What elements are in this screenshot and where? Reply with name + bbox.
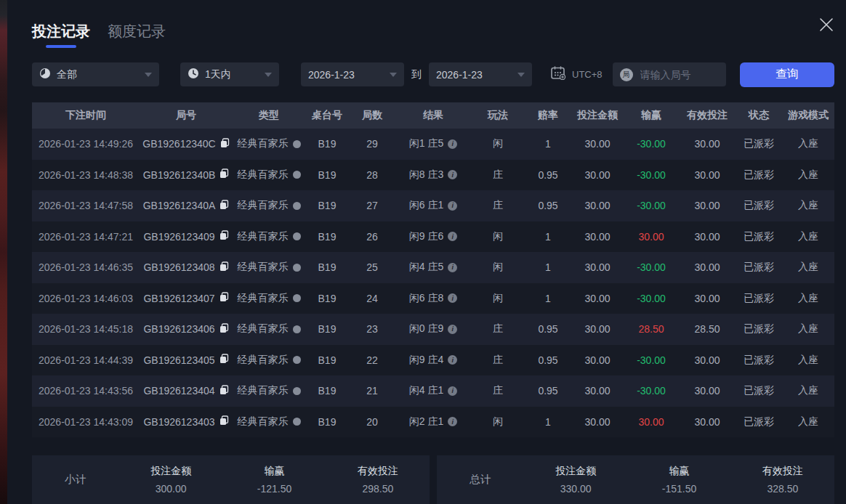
cell-round-count: 21 (349, 385, 395, 397)
video-icon[interactable] (293, 294, 301, 302)
cell-valid-bet: 30.00 (679, 231, 736, 243)
cell-game-mode: 入座 (782, 292, 834, 305)
category-select[interactable]: 全部 (32, 62, 159, 86)
column-header: 游戏模式 (782, 109, 834, 122)
info-icon[interactable]: i (448, 170, 457, 179)
cell-odds: 0.95 (525, 323, 571, 335)
video-icon[interactable] (293, 202, 301, 210)
info-icon[interactable]: i (448, 325, 457, 334)
video-icon[interactable] (293, 232, 301, 240)
copy-icon[interactable] (219, 168, 229, 181)
column-header: 类型 (233, 109, 305, 122)
tab-betting-records[interactable]: 投注记录 (32, 22, 90, 48)
video-icon[interactable] (293, 387, 301, 395)
table-row: 2026-01-23 14:45:18 GB1926123406 经典百家乐 B… (32, 314, 834, 345)
cell-game-type: 经典百家乐 (233, 322, 305, 336)
clock-icon (188, 68, 199, 81)
info-icon[interactable]: i (448, 417, 457, 426)
copy-icon[interactable] (219, 261, 229, 274)
cell-play-type: 庄 (471, 168, 525, 182)
cell-play-type: 闲 (471, 415, 525, 428)
cell-valid-bet: 30.00 (679, 261, 736, 273)
cell-bet-amount: 30.00 (571, 200, 624, 211)
cell-winloss: -30.00 (624, 385, 679, 397)
subtotal-label: 小计 (32, 473, 119, 487)
cell-table-no: B19 (305, 200, 349, 211)
video-icon[interactable] (293, 171, 301, 179)
cell-bet-amount: 30.00 (571, 416, 624, 428)
cell-winloss: -30.00 (624, 293, 679, 304)
copy-icon[interactable] (219, 385, 229, 397)
close-icon[interactable] (815, 14, 837, 36)
cell-bet-amount: 30.00 (571, 169, 624, 181)
cell-game-type: 经典百家乐 (233, 168, 305, 182)
cell-bet-time: 2026-01-23 14:44:39 (32, 354, 140, 366)
total-winloss-label: 输赢 (627, 465, 730, 478)
cell-round-id: GB1926123404 (140, 385, 233, 397)
video-icon[interactable] (293, 325, 301, 333)
info-icon[interactable]: i (448, 139, 457, 149)
cell-odds: 1 (525, 138, 571, 150)
info-icon[interactable]: i (448, 201, 457, 211)
info-icon[interactable]: i (448, 263, 457, 272)
tab-quota-records[interactable]: 额度记录 (108, 22, 166, 48)
cell-status: 已派彩 (736, 261, 782, 274)
table-row: 2026-01-23 14:44:39 GB1926123405 经典百家乐 B… (32, 345, 834, 376)
date-from-select[interactable]: 2026-1-23 (301, 62, 404, 86)
copy-icon[interactable] (219, 200, 229, 212)
cell-round-id: GB1926123407 (140, 292, 233, 304)
info-icon[interactable]: i (448, 293, 457, 303)
info-icon[interactable]: i (448, 355, 457, 365)
cell-result: 闲9 庄4 i (395, 354, 471, 367)
cell-valid-bet: 30.00 (679, 416, 736, 428)
cell-table-no: B19 (305, 169, 349, 181)
round-id-search[interactable]: 局 (613, 62, 726, 86)
cell-bet-time: 2026-01-23 14:49:26 (32, 138, 140, 150)
cell-bet-time: 2026-01-23 14:47:58 (32, 200, 140, 211)
video-icon[interactable] (293, 418, 301, 426)
date-to-select[interactable]: 2026-1-23 (429, 62, 532, 86)
search-button[interactable]: 查询 (740, 62, 834, 87)
subtotal-bet-label: 投注金额 (119, 465, 222, 478)
cell-bet-time: 2026-01-23 14:48:38 (32, 169, 140, 181)
cell-play-type: 庄 (471, 384, 525, 397)
time-range-select[interactable]: 1天内 (180, 62, 279, 86)
cell-status: 已派彩 (736, 137, 782, 150)
summary-bar: 小计 投注金额 300.00 输赢 -121.50 有效投注 298.50 总计… (32, 455, 834, 504)
chevron-down-icon (390, 73, 397, 77)
video-icon[interactable] (293, 140, 301, 148)
cell-odds: 0.95 (525, 354, 571, 366)
betting-records-modal: 投注记录 额度记录 全部 1天内 (7, 0, 846, 504)
cell-play-type: 闲 (471, 292, 525, 305)
copy-icon[interactable] (219, 292, 229, 304)
copy-icon[interactable] (220, 138, 230, 150)
info-icon[interactable]: i (448, 386, 457, 396)
cell-odds: 1 (525, 261, 571, 273)
copy-icon[interactable] (219, 230, 229, 243)
column-header: 赔率 (525, 109, 571, 122)
copy-icon[interactable] (219, 323, 229, 336)
cell-play-type: 庄 (471, 322, 525, 336)
column-header: 状态 (736, 109, 782, 122)
cell-round-id: GB1926123405 (140, 354, 233, 366)
table-row: 2026-01-23 14:43:09 GB1926123403 经典百家乐 B… (32, 407, 834, 438)
video-icon[interactable] (293, 356, 301, 364)
video-icon[interactable] (293, 264, 301, 272)
cell-play-type: 闲 (471, 261, 525, 274)
column-header: 玩法 (471, 109, 525, 122)
table-row: 2026-01-23 14:46:35 GB1926123408 经典百家乐 B… (32, 252, 834, 283)
cell-status: 已派彩 (736, 199, 782, 212)
cell-result: 闲0 庄9 i (395, 322, 471, 336)
timezone-group[interactable]: UTC+8 (551, 66, 603, 83)
cell-play-type: 庄 (471, 354, 525, 367)
round-icon: 局 (620, 68, 633, 81)
cell-valid-bet: 30.00 (679, 293, 736, 304)
cell-odds: 0.95 (525, 200, 571, 211)
round-id-input[interactable] (639, 68, 722, 81)
subtotal-bet-value: 300.00 (119, 483, 222, 495)
cell-game-mode: 入座 (782, 322, 834, 336)
copy-icon[interactable] (219, 415, 229, 428)
cell-result: 闲6 庄1 i (395, 199, 471, 212)
info-icon[interactable]: i (448, 232, 457, 241)
copy-icon[interactable] (219, 354, 229, 366)
